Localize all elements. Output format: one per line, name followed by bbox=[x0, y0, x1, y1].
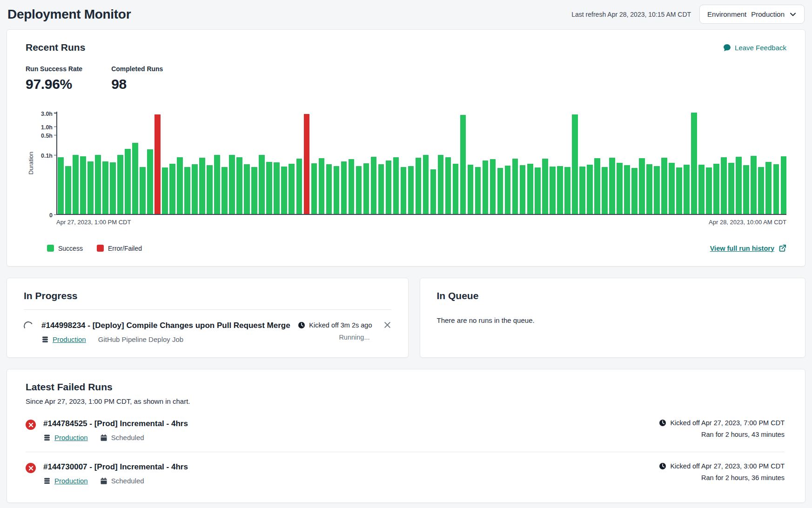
chart-bar-success[interactable] bbox=[527, 164, 533, 214]
chart-bar-success[interactable] bbox=[579, 167, 585, 214]
chart-bar-failed[interactable] bbox=[304, 114, 310, 214]
chart-bar-success[interactable] bbox=[639, 158, 645, 214]
chart-bar-success[interactable] bbox=[192, 164, 198, 214]
chart-bar-success[interactable] bbox=[497, 168, 503, 214]
environment-link[interactable]: Production bbox=[53, 335, 86, 343]
chart-bar-success[interactable] bbox=[676, 167, 682, 214]
chart-bar-success[interactable] bbox=[758, 167, 764, 214]
chart-bar-success[interactable] bbox=[132, 143, 138, 214]
chart-bar-success[interactable] bbox=[259, 155, 265, 214]
chart-bar-success[interactable] bbox=[207, 165, 213, 214]
chart-bar-success[interactable] bbox=[378, 164, 384, 214]
chart-bar-success[interactable] bbox=[87, 161, 94, 214]
chart-bar-success[interactable] bbox=[102, 161, 108, 214]
chart-bar-success[interactable] bbox=[765, 162, 772, 214]
chart-bar-success[interactable] bbox=[73, 155, 79, 214]
chart-bar-success[interactable] bbox=[356, 166, 362, 214]
chart-bar-success[interactable] bbox=[669, 163, 675, 214]
chart-bar-success[interactable] bbox=[214, 155, 220, 214]
chart-bar-success[interactable] bbox=[505, 166, 511, 214]
environment-selector[interactable]: Environment Production bbox=[699, 5, 805, 24]
chart-bar-success[interactable] bbox=[110, 162, 116, 214]
chart-bar-success[interactable] bbox=[706, 167, 712, 214]
chart-bar-success[interactable] bbox=[460, 115, 466, 214]
chart-bar-success[interactable] bbox=[691, 113, 697, 214]
chart-bar-success[interactable] bbox=[363, 163, 369, 214]
chart-bar-success[interactable] bbox=[58, 157, 64, 214]
chart-bar-success[interactable] bbox=[728, 163, 734, 214]
chart-bar-success[interactable] bbox=[475, 167, 481, 214]
chart-bar-success[interactable] bbox=[438, 155, 444, 214]
chart-bar-success[interactable] bbox=[319, 158, 325, 214]
chart-bar-success[interactable] bbox=[609, 158, 615, 214]
chart-bar-success[interactable] bbox=[617, 163, 623, 214]
chart-bar-success[interactable] bbox=[453, 164, 459, 214]
chart-bar-success[interactable] bbox=[773, 164, 779, 214]
chart-bar-success[interactable] bbox=[251, 167, 257, 214]
chart-bar-success[interactable] bbox=[557, 166, 563, 214]
chart-bar-success[interactable] bbox=[401, 167, 407, 214]
chart-bar-success[interactable] bbox=[408, 166, 414, 214]
leave-feedback-link[interactable]: Leave Feedback bbox=[723, 44, 786, 52]
chart-bar-success[interactable] bbox=[236, 157, 242, 214]
chart-bar-success[interactable] bbox=[311, 163, 317, 214]
chart-bar-success[interactable] bbox=[162, 167, 168, 214]
chart-bar-success[interactable] bbox=[430, 169, 436, 214]
chart-bar-success[interactable] bbox=[661, 158, 667, 214]
chart-bar-success[interactable] bbox=[326, 164, 332, 214]
view-full-run-history-link[interactable]: View full run history bbox=[710, 244, 786, 252]
chart-bar-success[interactable] bbox=[229, 155, 235, 214]
chart-bar-success[interactable] bbox=[289, 164, 295, 214]
environment-link[interactable]: Production bbox=[54, 477, 88, 485]
chart-bar-success[interactable] bbox=[341, 161, 347, 214]
chart-bar-success[interactable] bbox=[296, 159, 302, 214]
chart-bar-success[interactable] bbox=[684, 165, 690, 214]
environment-link[interactable]: Production bbox=[54, 434, 88, 441]
chart-bar-success[interactable] bbox=[602, 167, 608, 214]
chart-bar-success[interactable] bbox=[423, 155, 429, 214]
chart-bar-success[interactable] bbox=[445, 157, 451, 214]
chart-bar-success[interactable] bbox=[751, 156, 757, 214]
chart-bar-success[interactable] bbox=[512, 159, 518, 214]
chart-bar-success[interactable] bbox=[169, 164, 175, 214]
chart-bar-success[interactable] bbox=[587, 165, 593, 214]
chart-bar-success[interactable] bbox=[698, 165, 705, 214]
chart-bar-success[interactable] bbox=[483, 160, 489, 214]
chart-bar-success[interactable] bbox=[542, 159, 548, 214]
chart-bar-success[interactable] bbox=[624, 165, 630, 214]
chart-bar-success[interactable] bbox=[117, 155, 123, 214]
chart-bar-success[interactable] bbox=[743, 165, 749, 214]
chart-bar-success[interactable] bbox=[199, 158, 205, 214]
chart-bar-success[interactable] bbox=[572, 114, 578, 214]
chart-bar-success[interactable] bbox=[416, 158, 422, 214]
chart-bar-success[interactable] bbox=[654, 166, 660, 214]
chart-bar-success[interactable] bbox=[713, 164, 719, 214]
chart-bar-success[interactable] bbox=[140, 167, 146, 214]
chart-bar-success[interactable] bbox=[65, 166, 71, 214]
chart-bar-success[interactable] bbox=[274, 162, 280, 214]
chart-bar-success[interactable] bbox=[594, 158, 600, 214]
chart-bar-success[interactable] bbox=[736, 157, 742, 214]
chart-bar-failed[interactable] bbox=[154, 114, 161, 214]
dismiss-run-button[interactable] bbox=[383, 321, 391, 329]
chart-bar-success[interactable] bbox=[371, 157, 377, 214]
chart-bar-success[interactable] bbox=[221, 167, 228, 214]
chart-bar-success[interactable] bbox=[334, 166, 340, 214]
chart-bar-success[interactable] bbox=[721, 157, 727, 214]
chart-bar-success[interactable] bbox=[349, 159, 355, 214]
chart-bar-success[interactable] bbox=[520, 165, 526, 214]
chart-bar-success[interactable] bbox=[244, 164, 250, 214]
chart-bar-success[interactable] bbox=[266, 162, 272, 214]
chart-bar-success[interactable] bbox=[468, 165, 474, 214]
chart-bar-success[interactable] bbox=[550, 167, 556, 214]
chart-bar-success[interactable] bbox=[535, 167, 541, 214]
chart-bar-success[interactable] bbox=[147, 149, 153, 214]
chart-bar-success[interactable] bbox=[386, 160, 392, 214]
chart-bar-success[interactable] bbox=[184, 167, 190, 214]
chart-bar-success[interactable] bbox=[177, 157, 183, 214]
chart-bar-success[interactable] bbox=[393, 157, 399, 214]
chart-bar-success[interactable] bbox=[781, 156, 787, 214]
chart-bar-success[interactable] bbox=[564, 167, 570, 214]
chart-bar-success[interactable] bbox=[125, 149, 131, 214]
chart-bar-success[interactable] bbox=[631, 168, 638, 214]
